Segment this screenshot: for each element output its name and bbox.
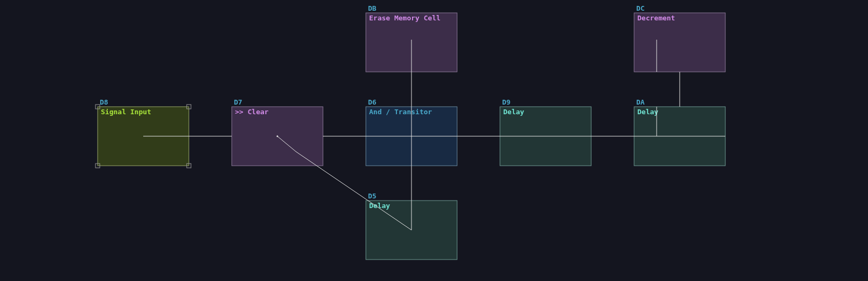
node-DC[interactable]: DCDecrement [634, 4, 725, 72]
node-title-label: And / Transitor [369, 108, 432, 116]
node-id-label: DC [636, 4, 645, 12]
node-title-label: Erase Memory Cell [369, 14, 440, 22]
node-title-label: >> Clear [235, 108, 269, 116]
node-title-label: Delay [503, 108, 524, 116]
node-title-label: Signal Input [101, 108, 151, 116]
junction-dot [277, 136, 278, 137]
node-D9[interactable]: D9Delay [500, 98, 591, 166]
node-id-label: D9 [502, 98, 511, 106]
node-title-label: Delay [637, 108, 658, 116]
node-id-label: D8 [100, 98, 108, 106]
node-id-label: DB [368, 4, 377, 12]
diagram-canvas[interactable]: D8Signal InputD7>> ClearD6And / Transito… [0, 0, 868, 281]
node-title-label: Decrement [637, 14, 675, 22]
node-D8[interactable]: D8Signal Input [95, 98, 191, 168]
node-id-label: D6 [368, 98, 377, 106]
node-D7[interactable]: D7>> Clear [232, 98, 323, 166]
node-id-label: D5 [368, 192, 377, 200]
node-DA[interactable]: DADelay [634, 98, 725, 166]
node-id-label: D7 [234, 98, 242, 106]
node-id-label: DA [636, 98, 645, 106]
